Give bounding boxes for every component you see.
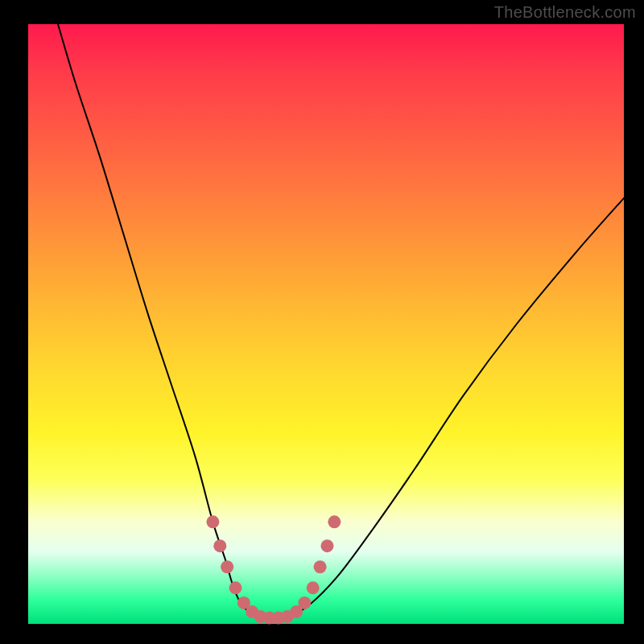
bottleneck-curve — [58, 24, 624, 618]
curve-marker — [307, 581, 320, 594]
chart-frame: TheBottleneck.com — [0, 0, 644, 644]
curve-marker — [298, 597, 311, 609]
curve-marker — [328, 515, 341, 528]
curve-marker — [314, 560, 327, 573]
chart-svg — [28, 24, 624, 624]
watermark-label: TheBottleneck.com — [494, 3, 636, 22]
curve-marker — [229, 581, 242, 594]
plot-area — [28, 24, 624, 624]
curve-marker — [320, 539, 333, 552]
curve-marker — [221, 560, 233, 573]
curve-marker — [206, 515, 219, 528]
curve-marker — [213, 539, 226, 552]
